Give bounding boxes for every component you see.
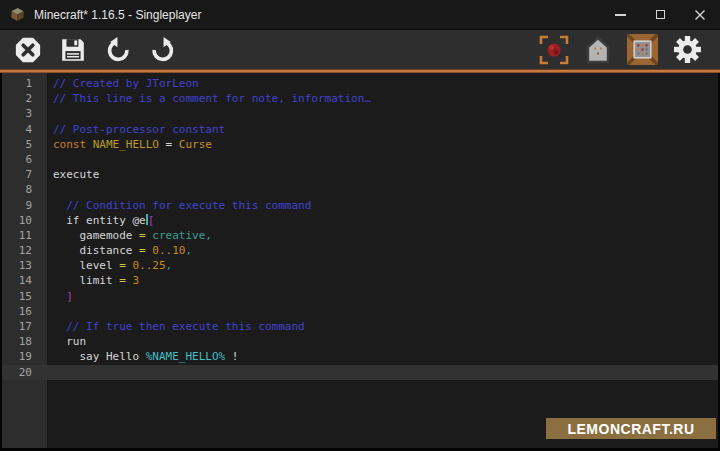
line-number: 1 bbox=[2, 76, 48, 91]
code-line-8[interactable]: 8 bbox=[2, 182, 718, 197]
code-text: // If true then execute this command bbox=[48, 319, 305, 334]
window-controls bbox=[600, 0, 720, 29]
line-number: 11 bbox=[2, 228, 48, 243]
code-line-4[interactable]: 4// Post-processor constant bbox=[2, 122, 718, 137]
line-number: 3 bbox=[2, 106, 48, 121]
code-segment-number: 3 bbox=[132, 274, 139, 287]
code-editor[interactable]: 1// Created by JTorLeon2// This line is … bbox=[0, 73, 720, 451]
watermark-badge: LEMONCRAFT.RU bbox=[546, 418, 716, 439]
code-text: say Hello %NAME_HELLO% ! bbox=[48, 349, 238, 364]
line-number: 19 bbox=[2, 349, 48, 364]
maximize-button[interactable] bbox=[640, 0, 680, 29]
code-line-5[interactable]: 5const NAME_HELLO = Curse bbox=[2, 137, 718, 152]
code-segment-constant: NAME_HELLO bbox=[93, 138, 159, 151]
code-text: // Post-processor constant bbox=[48, 122, 225, 137]
close-button[interactable] bbox=[680, 0, 720, 29]
code-segment-comment: // Post-processor constant bbox=[53, 123, 225, 136]
line-number: 10 bbox=[2, 213, 48, 228]
code-segment-number: 0..25 bbox=[132, 259, 165, 272]
code-segment-equals: = bbox=[119, 274, 126, 287]
code-line-12[interactable]: 12 distance = 0..10, bbox=[2, 243, 718, 258]
code-text bbox=[48, 106, 53, 121]
code-line-17[interactable]: 17 // If true then execute this command bbox=[2, 319, 718, 334]
code-segment-plain: distance bbox=[53, 244, 139, 257]
code-rows: 1// Created by JTorLeon2// This line is … bbox=[2, 73, 718, 380]
redo-icon bbox=[150, 37, 176, 63]
save-button[interactable] bbox=[60, 37, 86, 63]
code-segment-comma: , bbox=[185, 244, 192, 257]
line-number: 18 bbox=[2, 334, 48, 349]
redo-button[interactable] bbox=[150, 37, 176, 63]
code-text: limit = 3 bbox=[48, 273, 139, 288]
line-number: 15 bbox=[2, 289, 48, 304]
redstone-select-icon bbox=[539, 35, 569, 65]
undo-icon bbox=[105, 37, 131, 63]
code-segment-comma: , bbox=[205, 229, 212, 242]
toolbar bbox=[0, 29, 720, 69]
code-segment-plain bbox=[53, 199, 66, 212]
floppy-disk-icon bbox=[60, 37, 86, 63]
code-segment-plain: if entity @e bbox=[53, 214, 146, 227]
minecraft-block-icon bbox=[10, 7, 25, 22]
code-line-16[interactable]: 16 bbox=[2, 304, 718, 319]
code-segment-plain: limit bbox=[53, 274, 119, 287]
code-line-19[interactable]: 19 say Hello %NAME_HELLO% ! bbox=[2, 349, 718, 364]
code-segment-plain bbox=[86, 138, 93, 151]
settings-button[interactable] bbox=[673, 35, 702, 64]
code-segment-comment: // If true then execute this command bbox=[66, 320, 304, 333]
code-segment-plain: level bbox=[53, 259, 119, 272]
code-text: execute bbox=[48, 167, 99, 182]
code-line-20[interactable]: 20 bbox=[2, 365, 718, 380]
code-text bbox=[48, 182, 53, 197]
close-icon bbox=[694, 9, 706, 21]
redstone-select-button[interactable] bbox=[539, 35, 569, 65]
code-line-3[interactable]: 3 bbox=[2, 106, 718, 121]
code-segment-comma: , bbox=[166, 259, 173, 272]
code-text: // This line is a comment for note, info… bbox=[48, 91, 371, 106]
code-segment-equals: = bbox=[139, 244, 146, 257]
code-segment-enum: creative bbox=[152, 229, 205, 242]
close-file-button[interactable] bbox=[15, 37, 41, 63]
code-line-1[interactable]: 1// Created by JTorLeon bbox=[2, 76, 718, 91]
code-text: distance = 0..10, bbox=[48, 243, 192, 258]
minimize-icon bbox=[615, 14, 626, 16]
code-segment-plain bbox=[53, 290, 66, 303]
code-segment-comment: // Condition for execute this command bbox=[66, 199, 311, 212]
code-segment-value: Curse bbox=[179, 138, 212, 151]
code-text: gamemode = creative, bbox=[48, 228, 212, 243]
code-segment-number: 0..10 bbox=[152, 244, 185, 257]
code-text: ] bbox=[48, 289, 73, 304]
code-line-6[interactable]: 6 bbox=[2, 152, 718, 167]
minimize-button[interactable] bbox=[600, 0, 640, 29]
code-line-10[interactable]: 10 if entity @e[ bbox=[2, 213, 718, 228]
code-line-9[interactable]: 9 // Condition for execute this command bbox=[2, 198, 718, 213]
code-line-15[interactable]: 15 ] bbox=[2, 289, 718, 304]
crafting-table-button[interactable] bbox=[627, 34, 658, 65]
line-number: 16 bbox=[2, 304, 48, 319]
code-line-2[interactable]: 2// This line is a comment for note, inf… bbox=[2, 91, 718, 106]
code-line-13[interactable]: 13 level = 0..25, bbox=[2, 258, 718, 273]
code-text bbox=[48, 152, 53, 167]
undo-button[interactable] bbox=[105, 37, 131, 63]
code-segment-plain: execute bbox=[53, 168, 99, 181]
code-segment-equals: = bbox=[119, 259, 126, 272]
octagon-x-icon bbox=[15, 37, 41, 63]
code-text bbox=[48, 365, 53, 380]
code-line-11[interactable]: 11 gamemode = creative, bbox=[2, 228, 718, 243]
code-segment-plain: say Hello bbox=[53, 350, 146, 363]
code-line-14[interactable]: 14 limit = 3 bbox=[2, 273, 718, 288]
line-number: 9 bbox=[2, 198, 48, 213]
code-text: run bbox=[48, 334, 86, 349]
line-number: 2 bbox=[2, 91, 48, 106]
line-number: 4 bbox=[2, 122, 48, 137]
code-segment-bracket: ] bbox=[66, 290, 73, 303]
code-segment-plain: ! bbox=[225, 350, 238, 363]
code-segment-plain: gamemode bbox=[53, 229, 139, 242]
code-segment-template: %NAME_HELLO% bbox=[146, 350, 225, 363]
code-line-18[interactable]: 18 run bbox=[2, 334, 718, 349]
home-button[interactable] bbox=[584, 36, 612, 64]
code-line-7[interactable]: 7execute bbox=[2, 167, 718, 182]
code-segment-plain bbox=[53, 320, 66, 333]
line-number: 17 bbox=[2, 319, 48, 334]
code-text: // Condition for execute this command bbox=[48, 198, 311, 213]
